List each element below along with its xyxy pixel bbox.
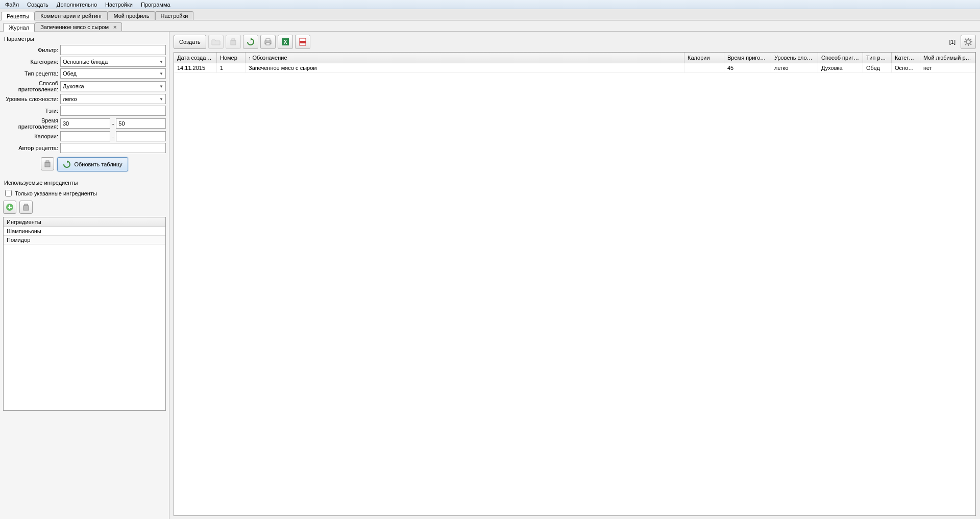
delete-button[interactable] [226, 35, 241, 49]
type-label: Тип рецепта: [3, 70, 60, 77]
cell-date: 14.11.2015 [174, 63, 217, 72]
time-label: Время приготовления: [3, 117, 60, 130]
settings-button[interactable] [961, 35, 976, 49]
grid-header: Дата создания Номер ↑Обозначение Калории… [174, 53, 975, 63]
svg-line-22 [970, 39, 971, 40]
print-button[interactable] [260, 35, 276, 49]
subtab-recipe-item[interactable]: Запеченное мясо с сыром × [35, 22, 122, 31]
clear-filter-button[interactable] [41, 157, 54, 170]
excel-icon: X [281, 38, 289, 46]
export-pdf-button[interactable] [295, 35, 310, 49]
svg-rect-3 [23, 206, 29, 210]
menu-program[interactable]: Программа [138, 1, 174, 8]
svg-point-14 [966, 40, 970, 44]
folder-icon [211, 38, 220, 46]
update-button-label: Обновить таблицу [74, 161, 122, 167]
open-button[interactable] [208, 35, 224, 49]
table-row[interactable]: 14.11.2015 1 Запеченное мясо с сыром 45 … [174, 63, 975, 73]
create-button[interactable]: Создать [174, 35, 206, 49]
gear-icon [964, 37, 973, 46]
col-header-cal[interactable]: Калории [684, 53, 724, 63]
col-header-cat[interactable]: Категория [892, 53, 920, 63]
menu-settings[interactable]: Настройки [102, 1, 136, 8]
calories-from-input[interactable] [60, 131, 110, 141]
svg-rect-5 [231, 40, 236, 45]
tags-input[interactable] [60, 106, 166, 116]
type-value: Обед [63, 70, 77, 77]
menu-create[interactable]: Создать [24, 1, 52, 8]
author-input[interactable] [60, 143, 166, 153]
main-area: Параметры Фильтр: Категория: Основные бл… [0, 32, 980, 519]
refresh-icon [63, 160, 71, 168]
cell-method: Духовка [818, 63, 863, 72]
params-title: Параметры [3, 35, 166, 43]
col-header-time[interactable]: Время приготовле… [724, 53, 771, 63]
cell-name: Запеченное мясо с сыром [246, 63, 684, 72]
recipes-grid: Дата создания Номер ↑Обозначение Калории… [174, 52, 976, 516]
update-table-button[interactable]: Обновить таблицу [57, 157, 128, 171]
time-to-input[interactable] [116, 118, 166, 129]
svg-rect-9 [266, 43, 270, 45]
sort-asc-icon: ↑ [249, 56, 251, 61]
svg-rect-0 [45, 162, 50, 167]
ingredient-row[interactable]: Помидор [4, 236, 165, 244]
ingredient-row[interactable]: Шампиньоны [4, 227, 165, 236]
difficulty-value: легко [63, 96, 77, 102]
trash-icon [43, 160, 52, 168]
trash-icon [22, 203, 30, 211]
category-label: Категория: [3, 59, 60, 65]
ingredients-title: Используемые ингредиенты [3, 179, 166, 187]
tags-label: Тэги: [3, 108, 60, 114]
main-tabbar: Рецепты Комментарии и рейтинг Мой профил… [0, 9, 980, 20]
add-ingredient-button[interactable] [3, 201, 16, 214]
category-dropdown[interactable]: Основные блюда ▼ [60, 57, 166, 67]
toolbar: Создать X [1] [169, 32, 980, 52]
only-listed-label: Только указанные ингредиенты [15, 190, 97, 196]
tab-profile[interactable]: Мой профиль [108, 11, 155, 20]
refresh-icon [247, 38, 255, 46]
range-dash: - [112, 133, 114, 139]
col-header-method[interactable]: Способ приготовл… [818, 53, 863, 63]
svg-rect-8 [266, 39, 270, 41]
tab-comments[interactable]: Комментарии и рейтинг [35, 11, 108, 20]
difficulty-dropdown[interactable]: легко ▼ [60, 94, 166, 104]
svg-rect-1 [46, 161, 49, 162]
sidebar: Параметры Фильтр: Категория: Основные бл… [0, 32, 169, 519]
chevron-down-icon: ▼ [159, 60, 163, 64]
method-dropdown[interactable]: Духовка ▼ [60, 81, 166, 91]
calories-to-input[interactable] [116, 131, 166, 141]
method-value: Духовка [63, 83, 84, 89]
col-header-diff[interactable]: Уровень сложности [771, 53, 818, 63]
close-icon[interactable]: × [113, 24, 116, 30]
tab-recipes[interactable]: Рецепты [1, 12, 35, 20]
record-counter: [1] [949, 39, 955, 45]
col-header-fav[interactable]: Мой любимый рецепт [920, 53, 975, 63]
filter-input[interactable] [60, 45, 166, 55]
col-header-type[interactable]: Тип рецепта [863, 53, 892, 63]
subtab-recipe-label: Запеченное мясо с сыром [40, 24, 109, 30]
pdf-icon [299, 38, 307, 46]
cell-type: Обед [863, 63, 892, 72]
svg-rect-6 [232, 39, 235, 40]
col-header-num[interactable]: Номер [217, 53, 246, 63]
cell-time: 45 [724, 63, 771, 72]
col-header-name[interactable]: ↑Обозначение [246, 53, 684, 63]
type-dropdown[interactable]: Обед ▼ [60, 68, 166, 79]
only-listed-checkbox[interactable] [5, 190, 12, 196]
ingredients-table: Ингредиенты Шампиньоны Помидор [3, 217, 166, 411]
svg-line-21 [965, 44, 966, 45]
cell-num: 1 [217, 63, 246, 72]
tab-settings[interactable]: Настройки [155, 11, 194, 20]
cell-cat: Основны… [892, 63, 920, 72]
plus-icon [6, 203, 14, 211]
export-excel-button[interactable]: X [278, 35, 293, 49]
menu-file[interactable]: Файл [2, 1, 22, 8]
time-from-input[interactable] [60, 118, 110, 129]
subtab-journal[interactable]: Журнал [3, 23, 35, 32]
ingredients-header[interactable]: Ингредиенты [4, 217, 165, 227]
refresh-button[interactable] [243, 35, 258, 49]
col-header-date[interactable]: Дата создания [174, 53, 217, 63]
menu-extra[interactable]: Дополнительно [54, 1, 100, 8]
remove-ingredient-button[interactable] [19, 201, 33, 214]
sub-tabbar: Журнал Запеченное мясо с сыром × [0, 20, 980, 32]
